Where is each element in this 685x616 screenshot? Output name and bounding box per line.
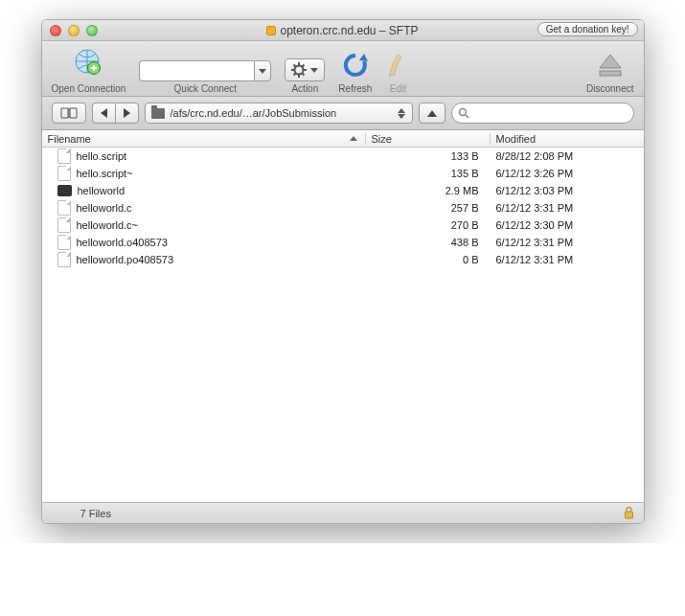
triangle-left-icon bbox=[101, 108, 107, 118]
file-icon bbox=[57, 200, 71, 216]
file-name: helloworld.po408573 bbox=[77, 254, 174, 265]
open-connection-label: Open Connection bbox=[52, 83, 126, 94]
svg-point-2 bbox=[295, 66, 304, 75]
file-name: helloworld.c bbox=[77, 202, 132, 214]
file-icon bbox=[57, 217, 71, 233]
close-button[interactable] bbox=[50, 25, 61, 36]
forward-button[interactable] bbox=[115, 103, 139, 124]
file-size: 270 B bbox=[366, 219, 491, 231]
file-count: 7 Files bbox=[52, 508, 111, 519]
back-button[interactable] bbox=[92, 103, 115, 124]
chevron-down-icon bbox=[259, 69, 266, 74]
svg-rect-5 bbox=[625, 512, 632, 518]
file-row[interactable]: helloworld.po4085730 B6/12/12 3:31 PM bbox=[42, 251, 644, 268]
file-icon bbox=[57, 235, 71, 250]
file-name: helloworld bbox=[78, 185, 126, 196]
donation-button[interactable]: Get a donation key! bbox=[537, 22, 638, 36]
file-size: 133 B bbox=[366, 150, 491, 162]
file-row[interactable]: helloworld.c~270 B6/12/12 3:30 PM bbox=[42, 217, 644, 234]
file-row[interactable]: hello.script133 B8/28/12 2:08 PM bbox=[42, 148, 644, 165]
file-name: helloworld.c~ bbox=[77, 219, 139, 231]
file-size: 135 B bbox=[366, 168, 491, 179]
bookmarks-button[interactable] bbox=[52, 103, 86, 124]
zoom-button[interactable] bbox=[86, 25, 98, 36]
refresh-button[interactable]: Refresh bbox=[338, 51, 372, 94]
sort-indicator-icon bbox=[350, 136, 357, 141]
refresh-label: Refresh bbox=[338, 83, 372, 94]
nav-group bbox=[92, 103, 139, 124]
pencil-icon bbox=[385, 51, 410, 81]
file-icon bbox=[57, 166, 71, 181]
titlebar: opteron.crc.nd.edu – SFTP Get a donation… bbox=[42, 20, 644, 41]
file-row[interactable]: helloworld.c257 B6/12/12 3:31 PM bbox=[42, 199, 644, 217]
app-window: opteron.crc.nd.edu – SFTP Get a donation… bbox=[41, 19, 645, 524]
quick-connect-dropdown[interactable] bbox=[254, 60, 271, 81]
path-text: /afs/crc.nd.edu/…ar/JobSubmission bbox=[171, 107, 337, 119]
gear-icon bbox=[291, 62, 307, 78]
file-modified: 6/12/12 3:26 PM bbox=[491, 168, 644, 179]
action-label: Action bbox=[291, 83, 318, 94]
edit-label: Edit bbox=[390, 83, 406, 94]
action-button[interactable]: Action bbox=[285, 58, 325, 94]
file-size: 0 B bbox=[366, 254, 491, 265]
file-icon bbox=[57, 252, 71, 267]
file-row[interactable]: helloworld2.9 MB6/12/12 3:03 PM bbox=[42, 182, 644, 199]
lock-icon bbox=[266, 26, 276, 35]
file-modified: 6/12/12 3:31 PM bbox=[491, 202, 644, 214]
triangle-right-icon bbox=[124, 108, 130, 118]
column-headers: Filename Size Modified bbox=[42, 130, 644, 148]
header-filename[interactable]: Filename bbox=[42, 133, 366, 145]
chevron-down-icon bbox=[310, 68, 318, 73]
file-name: hello.script~ bbox=[77, 168, 133, 179]
search-input[interactable] bbox=[473, 107, 628, 119]
file-row[interactable]: helloworld.o408573438 B6/12/12 3:31 PM bbox=[42, 234, 644, 251]
go-up-button[interactable] bbox=[419, 103, 445, 124]
quick-connect-label: Quick Connect bbox=[174, 83, 238, 94]
lock-icon bbox=[624, 507, 634, 519]
quick-connect-input[interactable] bbox=[139, 60, 254, 81]
file-size: 438 B bbox=[366, 237, 491, 248]
window-title-text: opteron.crc.nd.edu – SFTP bbox=[280, 24, 418, 37]
header-modified[interactable]: Modified bbox=[491, 133, 644, 145]
file-modified: 6/12/12 3:30 PM bbox=[491, 219, 644, 231]
triangle-up-icon bbox=[427, 110, 437, 117]
path-dropdown[interactable]: /afs/crc.nd.edu/…ar/JobSubmission bbox=[145, 103, 413, 124]
search-icon bbox=[458, 107, 469, 119]
file-size: 257 B bbox=[366, 202, 491, 214]
file-modified: 8/28/12 2:08 PM bbox=[491, 150, 644, 162]
file-name: hello.script bbox=[77, 150, 127, 162]
file-row[interactable]: hello.script~135 B6/12/12 3:26 PM bbox=[42, 165, 644, 182]
file-name: helloworld.o408573 bbox=[77, 237, 168, 248]
file-modified: 6/12/12 3:03 PM bbox=[491, 185, 644, 196]
file-icon bbox=[57, 148, 71, 164]
folder-icon bbox=[151, 108, 165, 119]
quick-connect-group: Quick Connect bbox=[139, 58, 271, 94]
minimize-button[interactable] bbox=[68, 25, 80, 36]
refresh-icon bbox=[341, 51, 370, 81]
location-bar: /afs/crc.nd.edu/…ar/JobSubmission bbox=[42, 97, 644, 130]
file-list[interactable]: hello.script133 B8/28/12 2:08 PMhello.sc… bbox=[42, 148, 644, 502]
search-field[interactable] bbox=[451, 103, 634, 124]
svg-rect-3 bbox=[600, 71, 621, 76]
status-bar: 7 Files bbox=[42, 502, 644, 523]
file-modified: 6/12/12 3:31 PM bbox=[491, 254, 644, 265]
eject-icon bbox=[596, 51, 625, 81]
globe-icon bbox=[71, 47, 105, 81]
header-size[interactable]: Size bbox=[366, 133, 491, 145]
traffic-lights bbox=[42, 25, 98, 36]
file-size: 2.9 MB bbox=[366, 185, 491, 196]
edit-button[interactable]: Edit bbox=[385, 51, 410, 94]
open-connection-button[interactable]: Open Connection bbox=[52, 47, 126, 94]
svg-point-4 bbox=[459, 109, 466, 116]
executable-icon bbox=[57, 185, 72, 196]
book-icon bbox=[60, 107, 78, 119]
file-modified: 6/12/12 3:31 PM bbox=[491, 237, 644, 248]
disconnect-button[interactable]: Disconnect bbox=[586, 51, 633, 94]
disconnect-label: Disconnect bbox=[586, 83, 633, 94]
updown-icon bbox=[395, 108, 408, 119]
toolbar: Open Connection Quick Connect bbox=[42, 41, 644, 97]
